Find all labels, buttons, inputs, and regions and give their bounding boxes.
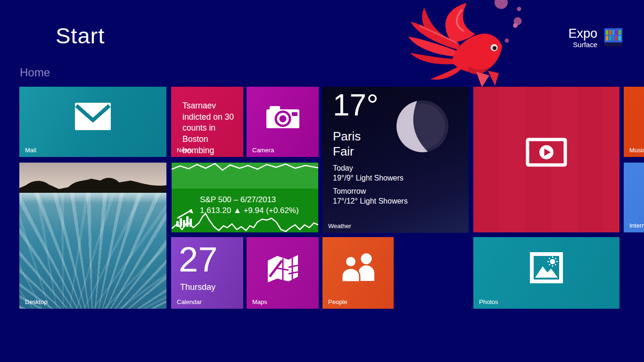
tile-label-music: Music	[629, 147, 644, 154]
tile-video[interactable]	[473, 87, 619, 232]
crescent-moon-image	[389, 93, 456, 160]
maps-folded-map-icon	[265, 252, 301, 282]
tile-music[interactable]: Music	[624, 87, 644, 157]
user-avatar[interactable]	[604, 28, 622, 46]
tile-calendar[interactable]: 27 Thursday Calendar	[171, 237, 243, 309]
betta-fish-illustration	[405, 0, 527, 92]
tile-internet-explorer[interactable]: Internet Explorer	[624, 163, 644, 232]
tile-finance[interactable]: S&P 500 – 6/27/2013 1,613.20 ▲ +9.94 (+0…	[172, 163, 318, 232]
tile-group-label: Home	[20, 66, 50, 79]
tile-mail[interactable]: Mail	[19, 87, 166, 157]
weather-condition: Fair	[333, 144, 354, 159]
weather-today-label: Today	[333, 164, 353, 173]
finance-top-sparkline	[172, 163, 318, 172]
calendar-weekday: Thursday	[180, 282, 215, 292]
calendar-day-number: 27	[179, 239, 217, 280]
weather-tomorrow-forecast: 17°/12° Light Showers	[333, 197, 408, 206]
desktop-wallpaper-rocks	[19, 172, 166, 193]
internet-explorer-icon	[633, 191, 644, 217]
tile-photos[interactable]: Photos	[473, 237, 619, 309]
finance-bars-arrow-icon	[175, 209, 195, 228]
photos-picture-icon	[530, 252, 563, 285]
tile-label-weather: Weather	[328, 222, 351, 230]
finance-index-line: S&P 500 – 6/27/2013	[200, 195, 276, 205]
tile-desktop[interactable]: Desktop	[19, 163, 166, 309]
news-headline: Tsarnaev indicted on 30 counts in Boston…	[171, 87, 243, 156]
tile-label-people: People	[328, 298, 347, 305]
page-title: Start	[56, 23, 105, 49]
video-play-icon	[526, 138, 567, 167]
tile-label-desktop: Desktop	[25, 298, 48, 305]
weather-tomorrow-label: Tomorrow	[333, 187, 366, 196]
tile-weather[interactable]: 17° Paris Fair Today 19°/9° Light Shower…	[322, 87, 469, 233]
tile-label-internet-explorer: Internet Explorer	[629, 222, 644, 229]
tile-people[interactable]: People	[322, 237, 394, 309]
weather-city: Paris	[333, 129, 361, 144]
music-icon	[633, 105, 644, 131]
mail-envelope-icon	[75, 103, 111, 130]
tile-label-calendar: Calendar	[177, 298, 202, 305]
tile-label-news: News	[177, 147, 192, 154]
tile-maps[interactable]: Maps	[247, 237, 319, 309]
tile-label-maps: Maps	[252, 298, 267, 305]
weather-today-forecast: 19°/9° Light Showers	[333, 174, 404, 182]
tile-news[interactable]: Tsarnaev indicted on 30 counts in Boston…	[171, 87, 243, 157]
user-device: Surface	[568, 41, 597, 49]
weather-temperature: 17°	[333, 88, 379, 123]
tile-label-mail: Mail	[25, 147, 36, 154]
desktop-wallpaper-water	[19, 190, 166, 309]
tile-label-camera: Camera	[252, 147, 274, 154]
user-name: Expo	[568, 26, 597, 41]
user-account-button[interactable]: Expo Surface	[568, 26, 622, 49]
tile-label-photos: Photos	[479, 298, 498, 305]
tile-camera[interactable]: Camera	[247, 87, 319, 157]
camera-icon	[264, 103, 302, 130]
bubbles	[495, 0, 522, 43]
people-icon	[340, 253, 377, 282]
